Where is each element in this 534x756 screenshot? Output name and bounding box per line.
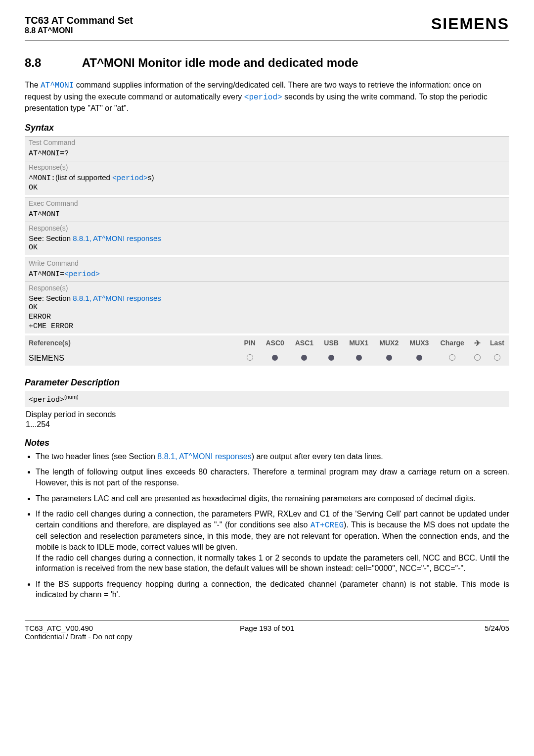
cmd-link-atcreg[interactable]: AT+CREG	[311, 521, 344, 530]
reference-vendor: SIEMENS	[25, 351, 239, 366]
write-response-label: Response(s)	[25, 282, 509, 293]
footer-page: Page 193 of 501	[187, 624, 347, 641]
page-header: TC63 AT Command Set 8.8 AT^MONI SIEMENS	[25, 15, 509, 41]
test-command: AT^MONI=?	[29, 149, 69, 158]
exec-response: See: Section 8.8.1, AT^MONI responses OK	[25, 233, 509, 255]
link-section-881-c[interactable]: 8.8.1, AT^MONI responses	[157, 452, 251, 461]
note-item: The two header lines (see Section 8.8.1,…	[36, 451, 509, 462]
exec-command-label: Exec Command	[25, 197, 509, 208]
param-link-period[interactable]: <period>	[244, 93, 282, 102]
cmd-link-atmoni[interactable]: AT^MONI	[41, 81, 74, 90]
section-title-text: AT^MONI Monitor idle mode and dedicated …	[82, 56, 358, 69]
write-response: See: Section 8.8.1, AT^MONI responses OK…	[25, 293, 509, 333]
section-number: 8.8	[25, 56, 79, 70]
footer-date: 5/24/05	[350, 624, 509, 641]
airplane-icon	[474, 339, 481, 347]
intro-paragraph: The AT^MONI command supplies information…	[25, 80, 509, 114]
test-command-label: Test Command	[25, 136, 509, 147]
write-command-pre: AT^MONI=	[29, 270, 64, 279]
reference-label: Reference(s)	[25, 335, 239, 351]
param-desc: Display period in seconds	[25, 407, 509, 419]
link-section-881-a[interactable]: 8.8.1, AT^MONI responses	[73, 234, 161, 242]
status-dot-filled	[328, 355, 334, 361]
footer-docid: TC63_ATC_V00.490	[25, 624, 184, 632]
test-response-label: Response(s)	[25, 161, 509, 172]
param-range: 1...254	[25, 419, 509, 429]
status-dot-filled	[386, 355, 392, 361]
page-footer: TC63_ATC_V00.490 Confidential / Draft - …	[25, 620, 509, 641]
status-dot-empty	[474, 354, 481, 361]
note-item: If the radio cell changes during a conne…	[36, 509, 509, 574]
param-link-period-2[interactable]: <period>	[112, 174, 148, 183]
link-section-881-b[interactable]: 8.8.1, AT^MONI responses	[73, 294, 161, 302]
section-ref: 8.8 AT^MONI	[25, 26, 133, 35]
write-command-label: Write Command	[25, 257, 509, 268]
brand-logo: SIEMENS	[431, 15, 509, 33]
test-response: ^MONI:(list of supported <period>s) OK	[25, 172, 509, 195]
status-dot-filled	[301, 355, 307, 361]
notes-heading: Notes	[25, 438, 509, 448]
footer-confidential: Confidential / Draft - Do not copy	[25, 632, 184, 641]
status-dot-filled	[272, 355, 278, 361]
note-item: The parameters LAC and cell are presente…	[36, 493, 509, 504]
note-item: If the BS supports frequency hopping dur…	[36, 579, 509, 600]
doc-title: TC63 AT Command Set	[25, 15, 133, 26]
exec-command: AT^MONI	[29, 210, 60, 219]
param-desc-heading: Parameter Description	[25, 378, 509, 388]
notes-list: The two header lines (see Section 8.8.1,…	[25, 451, 509, 600]
param-link-period-3[interactable]: <period>	[64, 270, 100, 279]
reference-table: Reference(s) PIN ASC0 ASC1 USB MUX1 MUX2…	[25, 335, 509, 366]
param-box: <period>(num)	[25, 391, 509, 407]
exec-response-label: Response(s)	[25, 222, 509, 233]
reference-header-row: Reference(s) PIN ASC0 ASC1 USB MUX1 MUX2…	[25, 335, 509, 351]
note-item: The length of following output lines exc…	[36, 467, 509, 488]
status-dot-filled	[356, 355, 362, 361]
status-dot-empty	[449, 354, 455, 361]
status-dot-filled	[416, 355, 422, 361]
status-dot-empty	[494, 354, 500, 361]
syntax-heading: Syntax	[25, 123, 509, 133]
reference-data-row: SIEMENS	[25, 351, 509, 366]
section-heading: 8.8 AT^MONI Monitor idle mode and dedica…	[25, 56, 509, 70]
status-dot-empty	[247, 354, 253, 361]
